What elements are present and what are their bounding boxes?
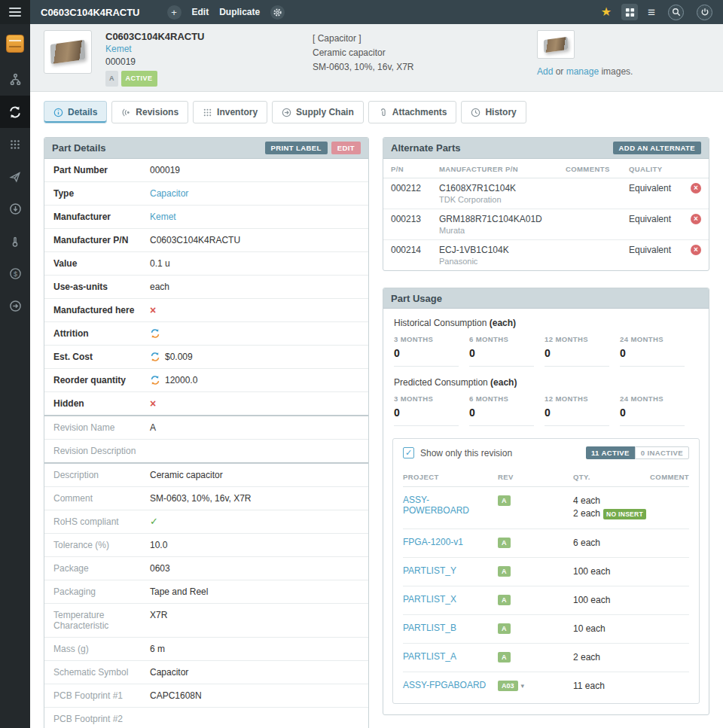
show-only-revision-checkbox[interactable]: ✓ (403, 447, 414, 458)
topbar: C0603C104K4RACTU + Edit Duplicate ★ ≡ (30, 0, 723, 24)
stat-period-label: 6 MONTHS (469, 335, 534, 343)
usage-row: PARTLIST_BA10 each (403, 615, 689, 644)
grid-view-button[interactable] (621, 4, 638, 20)
list-view-button[interactable]: ≡ (648, 6, 655, 19)
stat-period-label: 12 MONTHS (545, 394, 609, 403)
project-link[interactable]: PARTLIST_Y (403, 565, 456, 576)
usage-rev-cell[interactable]: A03▾ (498, 680, 573, 691)
add-image-link[interactable]: Add (537, 66, 553, 77)
project-link[interactable]: PARTLIST_A (403, 651, 456, 662)
field-value-text: C0603C104K4RACTU (150, 235, 240, 245)
field-label: Packaging (53, 586, 150, 597)
consumption-stat: 24 MONTHS0 (620, 335, 685, 367)
sidebar-item-exit[interactable] (0, 290, 30, 322)
project-link[interactable]: ASSY-FPGABOARD (403, 680, 486, 690)
project-link[interactable]: PARTLIST_B (403, 623, 456, 633)
add-alternate-button[interactable]: ADD AN ALTERNATE (613, 142, 701, 154)
mfr-name-text: Panasonic (439, 257, 566, 266)
inventory-dots-icon (203, 108, 212, 117)
field-value-text: 6 m (150, 644, 165, 654)
manufacturer-link[interactable]: Kemet (105, 44, 132, 54)
usage-rev-cell: A (498, 623, 573, 634)
part-category: [ Capacitor ] (313, 32, 414, 46)
revision-badge: A (105, 71, 118, 87)
field-label: Part Number (53, 165, 150, 175)
part-photo[interactable] (44, 30, 92, 74)
sidebar-item-environment[interactable] (0, 225, 30, 257)
active-count-badge[interactable]: 11 ACTIVE (586, 446, 635, 459)
star-icon: ★ (601, 5, 612, 18)
usage-project-cell: PARTLIST_A (403, 651, 498, 662)
mfr-name-text: Murata (439, 226, 566, 235)
power-button[interactable] (697, 5, 712, 20)
field-value-link[interactable]: Capacitor (150, 188, 188, 199)
edit-button[interactable]: Edit (192, 7, 209, 17)
field-value-text: X7R (150, 610, 167, 620)
tab-attachments[interactable]: Attachments (368, 101, 457, 123)
stat-value: 0 (545, 407, 609, 419)
field-value: Capacitor (150, 667, 359, 678)
sidebar-item-supply[interactable] (0, 160, 30, 193)
mfr-pn-text: C1608X7R1C104K (439, 183, 566, 193)
field-label: Manufactured here (53, 305, 150, 315)
alternate-quality: Equivalent (629, 183, 686, 193)
tab-label: Attachments (392, 107, 447, 117)
field-value-text: SM-0603, 10%, 16v, X7R (150, 493, 252, 504)
sidebar-item-downloads[interactable] (0, 193, 30, 225)
tab-inventory[interactable]: Inventory (193, 101, 267, 123)
qty-line: 2 eachNO INSERT (573, 507, 650, 521)
print-label-button[interactable]: PRINT LABEL (265, 142, 328, 154)
alternates-rows: 000212C1608X7R1C104KTDK CorporationEquiv… (383, 178, 709, 270)
project-link[interactable]: FPGA-1200-v1 (403, 537, 463, 547)
favorite-button[interactable]: ★ (601, 6, 612, 18)
field-value: ✓ (150, 516, 359, 527)
field-value: Capacitor (150, 188, 359, 199)
tab-history[interactable]: History (461, 101, 526, 123)
delete-alternate-icon[interactable]: × (691, 214, 701, 224)
sidebar-menu-button[interactable] (0, 0, 30, 24)
delete-alternate-icon[interactable]: × (691, 183, 701, 193)
usage-project-cell: ASSY-POWERBOARD (403, 495, 498, 516)
tab-details[interactable]: Details (44, 101, 107, 123)
part-thumbnail[interactable] (537, 30, 575, 59)
alternate-actions: × (686, 245, 701, 255)
stat-value: 0 (469, 407, 534, 419)
tab-revisions[interactable]: Revisions (111, 101, 188, 123)
rev-badge: A (498, 652, 511, 663)
field-value-text: A (150, 422, 156, 433)
manage-images-link[interactable]: manage (566, 66, 599, 77)
part-detail-row: Use-as-unitseach (44, 276, 368, 299)
search-button[interactable] (668, 5, 684, 20)
sidebar-item-finance[interactable]: $ (0, 257, 30, 290)
tab-supply-chain[interactable]: Supply Chain (272, 101, 364, 123)
sidebar-item-logo[interactable] (0, 24, 30, 63)
image-actions: Add or manage images. (537, 66, 633, 77)
project-link[interactable]: ASSY-POWERBOARD (403, 495, 469, 516)
topbar-right-group: ★ ≡ (601, 4, 712, 20)
usage-rev-cell: A (498, 651, 573, 663)
rev-badge: A (498, 623, 511, 634)
field-label: Reorder quantity (53, 375, 150, 385)
consumption-stat: 6 MONTHS0 (469, 394, 534, 426)
column-header: COMMENT (650, 473, 689, 481)
sidebar-item-projects[interactable] (0, 63, 30, 96)
settings-button[interactable] (270, 5, 285, 20)
project-link[interactable]: PARTLIST_X (403, 594, 456, 605)
rev-badge: A03 (498, 681, 518, 691)
usage-qty-cell: 100 each (573, 565, 650, 578)
part-title: C0603C104K4RACTU (105, 30, 205, 43)
add-button[interactable]: + (167, 5, 182, 20)
sidebar-item-parts[interactable] (0, 96, 30, 128)
field-label: Revision Name (53, 422, 150, 433)
sidebar-item-inventory[interactable] (0, 128, 30, 160)
delete-alternate-icon[interactable]: × (691, 245, 701, 255)
duplicate-button[interactable]: Duplicate (219, 7, 260, 17)
field-value: 0603 (150, 563, 359, 574)
field-value-link[interactable]: Kemet (150, 212, 176, 222)
alternate-actions: × (686, 183, 701, 193)
inactive-count-badge[interactable]: 0 INACTIVE (635, 446, 689, 459)
checkmark-icon: ✓ (405, 448, 412, 458)
field-value-text: CAPC1608N (150, 690, 202, 701)
edit-part-button[interactable]: EDIT (331, 142, 361, 154)
alternate-pn: 000212 (391, 183, 439, 193)
